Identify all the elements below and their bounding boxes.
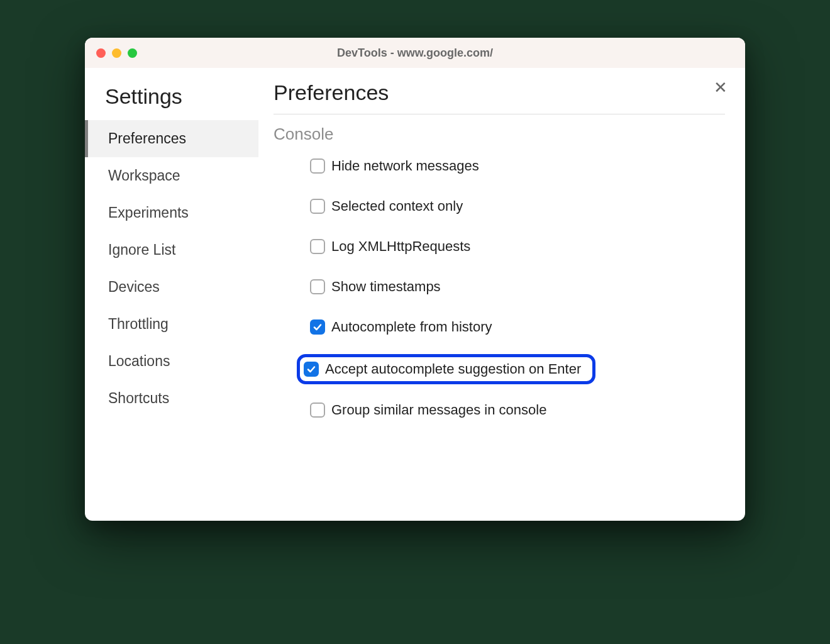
window-close-button[interactable]	[96, 48, 106, 58]
checkbox[interactable]	[310, 402, 325, 418]
option-row[interactable]: Group similar messages in console	[304, 399, 553, 421]
settings-main: Preferences Console Hide network message…	[258, 68, 745, 521]
settings-content: ✕ Settings PreferencesWorkspaceExperimen…	[85, 68, 745, 521]
option-label: Group similar messages in console	[331, 402, 546, 418]
checkbox[interactable]	[310, 199, 325, 214]
window-title: DevTools - www.google.com/	[337, 47, 493, 60]
sidebar-item-label: Workspace	[108, 167, 180, 184]
section-title: Console	[274, 125, 725, 144]
sidebar-item-label: Locations	[108, 353, 170, 369]
option-label: Selected context only	[331, 198, 463, 214]
check-icon	[313, 322, 323, 332]
option-label: Log XMLHttpRequests	[331, 238, 470, 255]
option-row[interactable]: Show timestamps	[304, 276, 447, 297]
sidebar-items: PreferencesWorkspaceExperimentsIgnore Li…	[85, 120, 258, 417]
close-icon[interactable]: ✕	[714, 79, 728, 96]
option-label: Autocomplete from history	[331, 319, 492, 335]
option-row[interactable]: Accept autocomplete suggestion on Enter	[297, 354, 595, 384]
option-row[interactable]: Autocomplete from history	[304, 316, 499, 338]
sidebar-item-workspace[interactable]: Workspace	[85, 157, 258, 194]
sidebar-item-devices[interactable]: Devices	[85, 269, 258, 306]
option-label: Show timestamps	[331, 279, 441, 295]
sidebar-item-shortcuts[interactable]: Shortcuts	[85, 380, 258, 417]
checkbox[interactable]	[310, 319, 325, 335]
main-title: Preferences	[274, 80, 725, 114]
sidebar-item-experiments[interactable]: Experiments	[85, 194, 258, 231]
sidebar-item-label: Throttling	[108, 316, 169, 332]
sidebar-item-label: Experiments	[108, 204, 189, 221]
option-row[interactable]: Selected context only	[304, 196, 469, 217]
check-icon	[306, 364, 316, 374]
sidebar-item-label: Ignore List	[108, 242, 175, 258]
checkbox[interactable]	[310, 279, 325, 294]
checkbox[interactable]	[304, 362, 319, 377]
sidebar-item-label: Shortcuts	[108, 390, 169, 406]
window-titlebar: DevTools - www.google.com/	[85, 38, 745, 68]
option-label: Accept autocomplete suggestion on Enter	[325, 361, 581, 377]
option-label: Hide network messages	[331, 158, 479, 174]
sidebar-title: Settings	[85, 79, 258, 115]
sidebar-item-locations[interactable]: Locations	[85, 343, 258, 380]
devtools-window: DevTools - www.google.com/ ✕ Settings Pr…	[85, 38, 745, 521]
sidebar-item-throttling[interactable]: Throttling	[85, 306, 258, 343]
traffic-lights	[96, 48, 137, 58]
sidebar-item-preferences[interactable]: Preferences	[85, 120, 258, 157]
checkbox[interactable]	[310, 239, 325, 254]
window-maximize-button[interactable]	[128, 48, 137, 58]
option-row[interactable]: Hide network messages	[304, 155, 485, 177]
settings-sidebar: Settings PreferencesWorkspaceExperiments…	[85, 68, 258, 521]
option-row[interactable]: Log XMLHttpRequests	[304, 236, 477, 257]
sidebar-item-label: Preferences	[108, 130, 186, 147]
window-minimize-button[interactable]	[112, 48, 121, 58]
sidebar-item-ignore-list[interactable]: Ignore List	[85, 231, 258, 269]
sidebar-item-label: Devices	[108, 279, 160, 295]
checkbox[interactable]	[310, 158, 325, 174]
options-list: Hide network messagesSelected context on…	[274, 155, 725, 440]
